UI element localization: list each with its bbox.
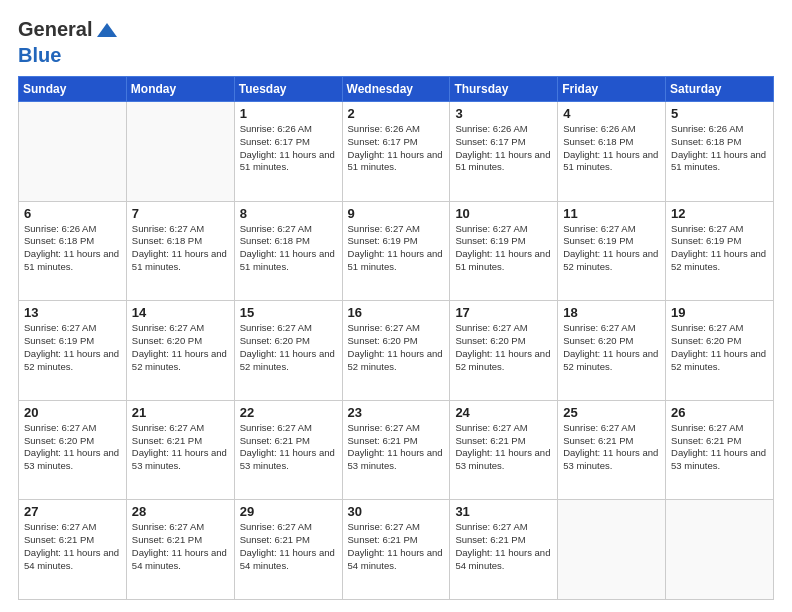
calendar-cell: 17Sunrise: 6:27 AMSunset: 6:20 PMDayligh… [450, 301, 558, 401]
weekday-header: Monday [126, 77, 234, 102]
day-info: Sunrise: 6:27 AMSunset: 6:20 PMDaylight:… [132, 322, 230, 373]
calendar-cell: 24Sunrise: 6:27 AMSunset: 6:21 PMDayligh… [450, 400, 558, 500]
calendar-cell: 15Sunrise: 6:27 AMSunset: 6:20 PMDayligh… [234, 301, 342, 401]
calendar-cell: 8Sunrise: 6:27 AMSunset: 6:18 PMDaylight… [234, 201, 342, 301]
calendar-cell: 25Sunrise: 6:27 AMSunset: 6:21 PMDayligh… [558, 400, 666, 500]
day-number: 21 [132, 405, 230, 420]
day-info: Sunrise: 6:27 AMSunset: 6:21 PMDaylight:… [24, 521, 122, 572]
day-number: 17 [455, 305, 553, 320]
day-number: 16 [348, 305, 446, 320]
week-row: 27Sunrise: 6:27 AMSunset: 6:21 PMDayligh… [19, 500, 774, 600]
day-number: 2 [348, 106, 446, 121]
day-info: Sunrise: 6:26 AMSunset: 6:18 PMDaylight:… [24, 223, 122, 274]
calendar-cell: 12Sunrise: 6:27 AMSunset: 6:19 PMDayligh… [666, 201, 774, 301]
day-info: Sunrise: 6:27 AMSunset: 6:20 PMDaylight:… [455, 322, 553, 373]
day-number: 12 [671, 206, 769, 221]
calendar-cell: 2Sunrise: 6:26 AMSunset: 6:17 PMDaylight… [342, 102, 450, 202]
day-number: 11 [563, 206, 661, 221]
day-info: Sunrise: 6:26 AMSunset: 6:17 PMDaylight:… [348, 123, 446, 174]
day-number: 5 [671, 106, 769, 121]
day-info: Sunrise: 6:26 AMSunset: 6:17 PMDaylight:… [455, 123, 553, 174]
day-info: Sunrise: 6:27 AMSunset: 6:21 PMDaylight:… [348, 422, 446, 473]
day-info: Sunrise: 6:26 AMSunset: 6:18 PMDaylight:… [671, 123, 769, 174]
weekday-header: Tuesday [234, 77, 342, 102]
day-number: 14 [132, 305, 230, 320]
day-number: 1 [240, 106, 338, 121]
day-number: 4 [563, 106, 661, 121]
day-info: Sunrise: 6:27 AMSunset: 6:20 PMDaylight:… [240, 322, 338, 373]
calendar-cell: 16Sunrise: 6:27 AMSunset: 6:20 PMDayligh… [342, 301, 450, 401]
logo-general: General [18, 18, 92, 40]
day-number: 20 [24, 405, 122, 420]
week-row: 13Sunrise: 6:27 AMSunset: 6:19 PMDayligh… [19, 301, 774, 401]
day-info: Sunrise: 6:27 AMSunset: 6:21 PMDaylight:… [348, 521, 446, 572]
day-info: Sunrise: 6:27 AMSunset: 6:20 PMDaylight:… [563, 322, 661, 373]
calendar-cell: 21Sunrise: 6:27 AMSunset: 6:21 PMDayligh… [126, 400, 234, 500]
page: General Blue SundayMondayTuesdayWednesda… [0, 0, 792, 612]
calendar-cell [666, 500, 774, 600]
day-info: Sunrise: 6:27 AMSunset: 6:19 PMDaylight:… [671, 223, 769, 274]
calendar-cell [126, 102, 234, 202]
day-info: Sunrise: 6:27 AMSunset: 6:19 PMDaylight:… [455, 223, 553, 274]
day-info: Sunrise: 6:27 AMSunset: 6:18 PMDaylight:… [240, 223, 338, 274]
calendar-cell: 7Sunrise: 6:27 AMSunset: 6:18 PMDaylight… [126, 201, 234, 301]
day-number: 8 [240, 206, 338, 221]
calendar-cell: 31Sunrise: 6:27 AMSunset: 6:21 PMDayligh… [450, 500, 558, 600]
day-number: 15 [240, 305, 338, 320]
day-number: 27 [24, 504, 122, 519]
week-row: 6Sunrise: 6:26 AMSunset: 6:18 PMDaylight… [19, 201, 774, 301]
calendar-cell: 14Sunrise: 6:27 AMSunset: 6:20 PMDayligh… [126, 301, 234, 401]
day-info: Sunrise: 6:27 AMSunset: 6:21 PMDaylight:… [240, 521, 338, 572]
day-info: Sunrise: 6:27 AMSunset: 6:21 PMDaylight:… [671, 422, 769, 473]
day-number: 31 [455, 504, 553, 519]
day-info: Sunrise: 6:27 AMSunset: 6:21 PMDaylight:… [455, 422, 553, 473]
day-number: 7 [132, 206, 230, 221]
day-info: Sunrise: 6:27 AMSunset: 6:20 PMDaylight:… [671, 322, 769, 373]
calendar-cell: 20Sunrise: 6:27 AMSunset: 6:20 PMDayligh… [19, 400, 127, 500]
day-info: Sunrise: 6:27 AMSunset: 6:19 PMDaylight:… [348, 223, 446, 274]
calendar-cell: 1Sunrise: 6:26 AMSunset: 6:17 PMDaylight… [234, 102, 342, 202]
day-info: Sunrise: 6:27 AMSunset: 6:20 PMDaylight:… [348, 322, 446, 373]
day-info: Sunrise: 6:27 AMSunset: 6:21 PMDaylight:… [132, 521, 230, 572]
calendar-cell: 3Sunrise: 6:26 AMSunset: 6:17 PMDaylight… [450, 102, 558, 202]
calendar-cell: 29Sunrise: 6:27 AMSunset: 6:21 PMDayligh… [234, 500, 342, 600]
day-number: 28 [132, 504, 230, 519]
logo-wordmark: General [18, 18, 117, 40]
day-info: Sunrise: 6:27 AMSunset: 6:21 PMDaylight:… [563, 422, 661, 473]
day-number: 23 [348, 405, 446, 420]
day-info: Sunrise: 6:27 AMSunset: 6:19 PMDaylight:… [24, 322, 122, 373]
calendar-cell: 5Sunrise: 6:26 AMSunset: 6:18 PMDaylight… [666, 102, 774, 202]
calendar-cell: 11Sunrise: 6:27 AMSunset: 6:19 PMDayligh… [558, 201, 666, 301]
day-number: 22 [240, 405, 338, 420]
logo-arrow-icon [97, 23, 117, 37]
day-info: Sunrise: 6:27 AMSunset: 6:20 PMDaylight:… [24, 422, 122, 473]
calendar-cell: 28Sunrise: 6:27 AMSunset: 6:21 PMDayligh… [126, 500, 234, 600]
day-info: Sunrise: 6:27 AMSunset: 6:18 PMDaylight:… [132, 223, 230, 274]
logo-blue: Blue [18, 44, 61, 66]
header: General Blue [18, 18, 774, 66]
calendar-cell: 19Sunrise: 6:27 AMSunset: 6:20 PMDayligh… [666, 301, 774, 401]
day-number: 24 [455, 405, 553, 420]
weekday-header: Saturday [666, 77, 774, 102]
week-row: 1Sunrise: 6:26 AMSunset: 6:17 PMDaylight… [19, 102, 774, 202]
day-info: Sunrise: 6:27 AMSunset: 6:21 PMDaylight:… [240, 422, 338, 473]
logo: General Blue [18, 18, 117, 66]
day-number: 18 [563, 305, 661, 320]
calendar-cell [558, 500, 666, 600]
day-number: 26 [671, 405, 769, 420]
day-info: Sunrise: 6:27 AMSunset: 6:21 PMDaylight:… [455, 521, 553, 572]
calendar-cell: 27Sunrise: 6:27 AMSunset: 6:21 PMDayligh… [19, 500, 127, 600]
calendar-cell: 23Sunrise: 6:27 AMSunset: 6:21 PMDayligh… [342, 400, 450, 500]
day-info: Sunrise: 6:27 AMSunset: 6:19 PMDaylight:… [563, 223, 661, 274]
calendar-table: SundayMondayTuesdayWednesdayThursdayFrid… [18, 76, 774, 600]
day-number: 29 [240, 504, 338, 519]
week-row: 20Sunrise: 6:27 AMSunset: 6:20 PMDayligh… [19, 400, 774, 500]
calendar-cell: 26Sunrise: 6:27 AMSunset: 6:21 PMDayligh… [666, 400, 774, 500]
calendar-cell: 6Sunrise: 6:26 AMSunset: 6:18 PMDaylight… [19, 201, 127, 301]
day-number: 25 [563, 405, 661, 420]
calendar-cell: 22Sunrise: 6:27 AMSunset: 6:21 PMDayligh… [234, 400, 342, 500]
calendar-cell: 30Sunrise: 6:27 AMSunset: 6:21 PMDayligh… [342, 500, 450, 600]
calendar-cell: 9Sunrise: 6:27 AMSunset: 6:19 PMDaylight… [342, 201, 450, 301]
day-number: 19 [671, 305, 769, 320]
weekday-header: Wednesday [342, 77, 450, 102]
